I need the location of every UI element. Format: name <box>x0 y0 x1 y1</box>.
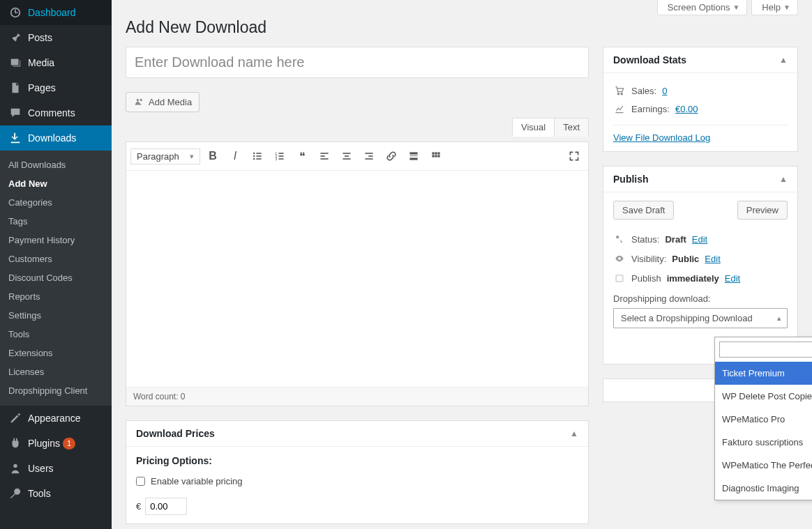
svg-rect-22 <box>365 158 373 160</box>
edit-visibility-link[interactable]: Edit <box>705 254 720 264</box>
cart-icon <box>613 84 626 97</box>
earnings-label: Earnings: <box>631 104 670 114</box>
svg-rect-16 <box>320 158 328 160</box>
toggle-icon[interactable]: ▲ <box>779 55 788 65</box>
dropship-option[interactable]: WPeMatico Pro <box>715 408 812 431</box>
tab-visual[interactable]: Visual <box>512 118 555 137</box>
svg-rect-13 <box>278 158 283 160</box>
svg-rect-27 <box>435 152 437 154</box>
toggle-icon[interactable]: ▲ <box>779 174 788 184</box>
save-draft-button[interactable]: Save Draft <box>613 201 674 220</box>
dropship-option[interactable]: Ticket Premium <box>715 362 812 385</box>
download-title-input[interactable] <box>126 47 589 78</box>
calendar-icon <box>613 272 626 284</box>
word-count: Word count: 0 <box>126 387 588 406</box>
bold-button[interactable]: B <box>203 146 223 166</box>
sidebar-item-pages[interactable]: Pages <box>0 75 112 100</box>
align-center-button[interactable] <box>337 146 356 166</box>
sidebar-item-plugins[interactable]: Plugins 1 <box>0 431 112 456</box>
sidebar-item-tools[interactable]: Tools <box>0 481 112 506</box>
dropship-option[interactable]: Fakturo suscriptions <box>715 431 812 454</box>
sidebar-label: Comments <box>28 107 75 118</box>
dropship-select[interactable]: Select a Dropshipping Download <box>613 308 788 328</box>
fullscreen-button[interactable] <box>564 146 584 166</box>
sidebar-label: Dashboard <box>28 7 76 18</box>
view-log-link[interactable]: View File Download Log <box>613 132 710 143</box>
dropship-dropdown: Ticket Premium WP Delete Post Copies WPe… <box>714 337 812 500</box>
price-input[interactable] <box>145 498 187 515</box>
sidebar-item-downloads[interactable]: Downloads <box>0 125 112 151</box>
quote-button[interactable]: ❝ <box>292 146 312 166</box>
sidebar-item-appearance[interactable]: Appearance <box>0 406 112 431</box>
link-button[interactable] <box>382 146 401 166</box>
bullets-button[interactable] <box>248 146 267 166</box>
downloads-submenu: All Downloads Add New Categories Tags Pa… <box>0 151 112 406</box>
submenu-all-downloads[interactable]: All Downloads <box>0 155 112 174</box>
dashboard-icon <box>8 6 22 20</box>
sidebar-item-comments[interactable]: Comments <box>0 100 112 125</box>
sidebar-item-dashboard[interactable]: Dashboard <box>0 0 112 25</box>
numbers-button[interactable]: 123 <box>270 146 290 166</box>
sales-link[interactable]: 0 <box>662 86 667 96</box>
add-media-button[interactable]: Add Media <box>126 92 200 112</box>
svg-rect-29 <box>432 155 434 157</box>
edit-schedule-link[interactable]: Edit <box>725 273 740 284</box>
sidebar-label: Media <box>28 57 54 68</box>
toggle-icon[interactable]: ▲ <box>570 429 578 438</box>
screen-options-button[interactable]: Screen Options ▼ <box>657 0 748 15</box>
editor-toolbar: Paragraph B I 123 ❝ <box>126 142 588 171</box>
submenu-tools[interactable]: Tools <box>0 325 112 344</box>
dropship-option[interactable]: Diagnostic Imaging <box>715 477 812 500</box>
svg-rect-21 <box>368 155 373 157</box>
dropship-search-input[interactable] <box>719 342 812 358</box>
earnings-link[interactable]: €0.00 <box>675 104 698 114</box>
submenu-licenses[interactable]: Licenses <box>0 362 112 381</box>
visibility-label: Visibility: <box>631 254 666 264</box>
appearance-icon <box>8 411 22 425</box>
submenu-dropshipping-client[interactable]: Dropshipping Client <box>0 381 112 400</box>
sidebar-item-posts[interactable]: Posts <box>0 25 112 50</box>
dropship-option[interactable]: WPeMatico The Perfect Package <box>715 454 812 477</box>
content-editor[interactable] <box>126 171 588 387</box>
submenu-customers[interactable]: Customers <box>0 250 112 268</box>
sales-label: Sales: <box>631 86 656 96</box>
svg-rect-25 <box>409 158 417 160</box>
submenu-discount-codes[interactable]: Discount Codes <box>0 268 112 287</box>
submenu-add-new[interactable]: Add New <box>0 174 112 193</box>
svg-rect-3 <box>256 153 261 154</box>
submenu-payment-history[interactable]: Payment History <box>0 231 112 250</box>
svg-rect-30 <box>435 155 437 157</box>
italic-button[interactable]: I <box>225 146 245 166</box>
chart-icon <box>613 102 626 115</box>
svg-rect-9 <box>278 153 283 154</box>
submenu-categories[interactable]: Categories <box>0 193 112 212</box>
preview-button[interactable]: Preview <box>737 201 788 220</box>
align-left-button[interactable] <box>315 146 334 166</box>
submenu-tags[interactable]: Tags <box>0 212 112 231</box>
download-icon <box>8 131 22 145</box>
sidebar-item-users[interactable]: Users <box>0 456 112 481</box>
svg-rect-7 <box>256 158 261 160</box>
variable-pricing-label: Enable variable pricing <box>151 476 243 486</box>
submenu-settings[interactable]: Settings <box>0 306 112 325</box>
format-select[interactable]: Paragraph <box>130 148 200 164</box>
users-icon <box>8 461 22 475</box>
align-right-button[interactable] <box>359 146 379 166</box>
toolbar-toggle-button[interactable] <box>426 146 446 166</box>
tab-text[interactable]: Text <box>554 118 589 137</box>
submenu-reports[interactable]: Reports <box>0 287 112 306</box>
svg-point-0 <box>13 464 17 468</box>
edit-status-link[interactable]: Edit <box>692 234 707 245</box>
readmore-button[interactable] <box>404 146 423 166</box>
svg-text:3: 3 <box>276 158 278 161</box>
sidebar-item-media[interactable]: Media <box>0 50 112 75</box>
help-button[interactable]: Help ▼ <box>751 0 798 15</box>
dropship-option[interactable]: WP Delete Post Copies <box>715 385 812 408</box>
help-label: Help <box>762 2 781 13</box>
plugins-badge: 1 <box>63 438 75 450</box>
submenu-extensions[interactable]: Extensions <box>0 344 112 362</box>
variable-pricing-checkbox[interactable]: Enable variable pricing <box>136 476 243 486</box>
variable-pricing-input[interactable] <box>136 477 145 486</box>
sidebar-label: Posts <box>28 32 52 43</box>
sidebar-label: Downloads <box>28 132 76 144</box>
